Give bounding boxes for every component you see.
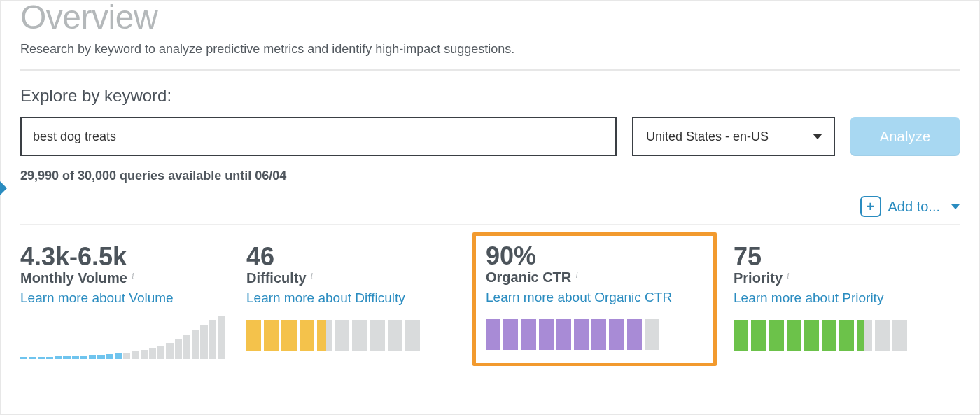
segment: [539, 319, 554, 350]
sparkline-bar: [63, 356, 70, 359]
segment: [787, 320, 802, 351]
info-icon[interactable]: i: [787, 270, 790, 281]
segment: [352, 320, 367, 351]
segment: [264, 320, 279, 351]
page-subtitle: Research by keyword to analyze predictiv…: [20, 42, 960, 57]
segment: [405, 320, 420, 351]
segment: [335, 320, 349, 351]
segment: [857, 320, 872, 351]
metric-value: 75: [734, 244, 953, 270]
ctr-bar: [486, 319, 659, 350]
segment: [804, 320, 819, 351]
info-icon[interactable]: i: [575, 269, 578, 281]
sparkline-bar: [46, 357, 53, 359]
priority-bar: [734, 320, 907, 351]
sparkline-bar: [200, 325, 207, 359]
segment: [734, 320, 748, 351]
segment: [556, 319, 571, 350]
segment: [486, 319, 500, 350]
locale-select-value: United States - en-US: [646, 129, 769, 144]
segment: [822, 320, 836, 351]
learn-more-volume-link[interactable]: Learn more about Volume: [20, 290, 174, 306]
sparkline-bar: [89, 355, 96, 359]
sparkline-bar: [218, 316, 225, 359]
info-icon[interactable]: i: [132, 270, 134, 281]
sparkline-bar: [175, 339, 182, 359]
metric-monthly-volume: 4.3k-6.5k Monthly Volume i Learn more ab…: [20, 239, 246, 366]
keyword-input[interactable]: [20, 117, 617, 156]
segment: [609, 319, 624, 350]
segment: [317, 320, 332, 351]
segment: [521, 319, 536, 350]
locale-select[interactable]: United States - en-US: [632, 117, 835, 156]
sparkline-bar: [72, 356, 79, 359]
metric-label: Priority: [734, 270, 783, 286]
analyze-button[interactable]: Analyze: [850, 117, 960, 156]
volume-sparkline: [20, 314, 225, 359]
segment: [300, 320, 314, 351]
learn-more-ctr-link[interactable]: Learn more about Organic CTR: [486, 290, 672, 305]
segment: [574, 319, 589, 350]
sparkline-bar: [149, 348, 156, 359]
sparkline-bar: [29, 357, 36, 359]
segment: [751, 320, 766, 351]
segment: [769, 320, 783, 351]
segment: [281, 320, 296, 351]
sparkline-bar: [166, 343, 173, 359]
metric-value: 4.3k-6.5k: [20, 244, 239, 270]
metric-label: Organic CTR: [486, 269, 571, 286]
sparkline-bar: [209, 320, 216, 359]
segment: [246, 320, 261, 351]
add-to-label: Add to...: [888, 199, 941, 215]
quota-text: 29,990 of 30,000 queries available until…: [20, 169, 960, 183]
segment: [892, 320, 907, 351]
difficulty-bar: [246, 320, 420, 351]
plus-icon: +: [860, 196, 881, 217]
metrics-row: 4.3k-6.5k Monthly Volume i Learn more ab…: [20, 235, 960, 366]
learn-more-difficulty-link[interactable]: Learn more about Difficulty: [246, 290, 405, 306]
expand-edge-indicator[interactable]: [0, 181, 7, 195]
metric-difficulty: 46 Difficulty i Learn more about Difficu…: [246, 239, 472, 366]
metric-priority: 75 Priority i Learn more about Priority: [734, 239, 960, 366]
sparkline-bar: [115, 353, 122, 359]
sparkline-bar: [106, 354, 113, 359]
segment: [839, 320, 854, 351]
sparkline-bar: [132, 351, 139, 359]
metric-label: Monthly Volume: [20, 270, 127, 286]
segment: [388, 320, 402, 351]
sparkline-bar: [97, 355, 104, 359]
sparkline-bar: [80, 356, 88, 359]
metric-label: Difficulty: [246, 270, 307, 286]
segment: [627, 319, 642, 350]
segment: [370, 320, 384, 351]
sparkline-bar: [192, 330, 199, 359]
sparkline-bar: [141, 350, 148, 359]
sparkline-bar: [38, 357, 45, 359]
metric-value: 90%: [486, 243, 705, 269]
divider: [20, 224, 960, 225]
explore-label: Explore by keyword:: [20, 86, 960, 106]
divider: [20, 69, 960, 71]
sparkline-bar: [123, 353, 130, 359]
segment: [875, 320, 890, 351]
search-row: United States - en-US Analyze: [20, 117, 960, 156]
segment: [645, 319, 659, 350]
sparkline-bar: [20, 357, 27, 359]
add-to-button[interactable]: + Add to...: [860, 196, 960, 217]
learn-more-priority-link[interactable]: Learn more about Priority: [734, 290, 883, 306]
chevron-down-icon: [951, 204, 960, 209]
segment: [503, 319, 518, 350]
sparkline-bar: [158, 346, 164, 359]
page-title: Overview: [20, 0, 960, 36]
metric-value: 46: [246, 244, 465, 270]
metric-organic-ctr: 90% Organic CTR i Learn more about Organ…: [472, 232, 717, 366]
info-icon[interactable]: i: [311, 270, 314, 281]
sparkline-bar: [55, 356, 62, 359]
chevron-down-icon: [813, 134, 822, 139]
segment: [592, 319, 606, 350]
sparkline-bar: [183, 335, 190, 359]
